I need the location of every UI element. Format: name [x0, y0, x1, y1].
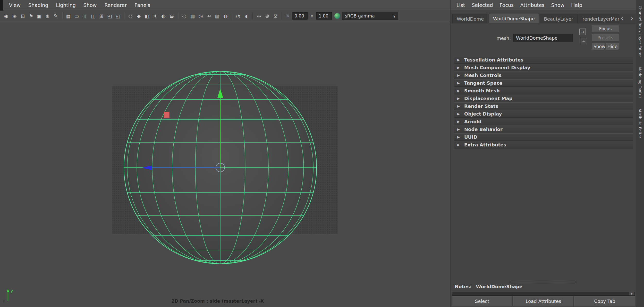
- view-transform-dropdown[interactable]: sRGB gamma: [342, 12, 398, 20]
- attribute-section-header[interactable]: Object Display: [454, 110, 633, 118]
- focus-button[interactable]: Focus: [592, 25, 619, 32]
- camera-attributes-icon[interactable]: ⊡: [19, 12, 27, 20]
- gamma-icon[interactable]: γ: [309, 12, 315, 20]
- input-connections-icon[interactable]: [579, 29, 586, 35]
- gamma-field[interactable]: [316, 12, 332, 20]
- viewport-menu-item[interactable]: View: [5, 2, 24, 8]
- presets-button[interactable]: Presets: [592, 34, 619, 41]
- attribute-editor-menu-item[interactable]: List: [453, 2, 468, 8]
- attribute-editor-tab[interactable]: renderLayerManager: [578, 14, 619, 23]
- gate-tools-group: ▦▭▯◫⊞◰◱: [65, 12, 122, 20]
- viewport-menu-item[interactable]: Shading: [24, 2, 52, 8]
- attribute-editor-menu-item[interactable]: Attributes: [517, 2, 548, 8]
- attribute-section-header[interactable]: Displacement Map: [454, 95, 633, 102]
- gate-mask-icon[interactable]: ◫: [89, 12, 97, 20]
- toolbar-separator: [232, 13, 232, 19]
- attribute-section-header[interactable]: Tangent Space: [454, 79, 633, 87]
- attribute-editor-tab[interactable]: WorldDomeShape: [489, 14, 539, 23]
- notes-resize-handle[interactable]: [510, 282, 576, 282]
- attribute-editor-footer-button[interactable]: Load Attributes: [513, 296, 574, 306]
- attribute-editor-menubar: ListSelectedFocusAttributesShowHelp: [451, 0, 636, 10]
- attribute-editor-menu-item[interactable]: Focus: [496, 2, 517, 8]
- viewport-menu-item[interactable]: Show: [80, 2, 100, 8]
- viewport-menu-item[interactable]: Renderer: [100, 2, 131, 8]
- zoom-tool-icon[interactable]: ⊕: [264, 12, 271, 20]
- attribute-section-header[interactable]: Arnold: [454, 118, 633, 125]
- attribute-section-header[interactable]: Extra Attributes: [454, 141, 633, 148]
- attribute-editor-menu-item[interactable]: Show: [548, 2, 568, 8]
- bookmarks-icon[interactable]: ⚑: [27, 12, 35, 20]
- lock-camera-icon[interactable]: ◈: [11, 12, 18, 20]
- attribute-editor-menu-item[interactable]: Selected: [468, 2, 496, 8]
- output-connections-icon[interactable]: [581, 38, 587, 44]
- resolution-gate-icon[interactable]: ▯: [81, 12, 89, 20]
- exposure-icon[interactable]: ☼: [284, 12, 291, 20]
- safe-title-icon[interactable]: ◱: [114, 12, 122, 20]
- viewport-canvas[interactable]: yz 2D Pan/Zoom : side (masterLayer) -X: [0, 22, 451, 307]
- screen-space-ao-icon[interactable]: ◒: [168, 12, 175, 20]
- attribute-section-header[interactable]: UUID: [454, 133, 633, 141]
- isolate-select-icon[interactable]: ◔: [234, 12, 242, 20]
- attribute-editor-tab[interactable]: BeautyLayer: [540, 14, 578, 23]
- exposure-field[interactable]: [292, 12, 308, 20]
- attribute-section-header[interactable]: Mesh Component Display: [454, 64, 633, 71]
- smooth-shade-icon[interactable]: ◆: [135, 12, 142, 20]
- shadows-icon[interactable]: ◐: [160, 12, 167, 20]
- svg-text:z: z: [2, 299, 4, 303]
- viewport-menu-item[interactable]: Panels: [131, 2, 154, 8]
- field-chart-icon[interactable]: ⊞: [98, 12, 105, 20]
- tab-navigation: [619, 15, 636, 23]
- attribute-editor-tab[interactable]: WorldDome: [452, 14, 488, 23]
- sidebar-vertical-tab[interactable]: Modeling Toolkit: [638, 67, 642, 98]
- expand-arrow-icon: [457, 112, 460, 116]
- show-button[interactable]: Show: [592, 43, 605, 50]
- hardware-texturing-icon[interactable]: ▨: [214, 12, 221, 20]
- axis-gizmo: yz: [2, 288, 13, 303]
- grid-icon[interactable]: ▦: [65, 12, 72, 20]
- safe-action-icon[interactable]: ◰: [106, 12, 113, 20]
- object-details-icon[interactable]: ◖: [243, 12, 250, 20]
- anti-alias-icon[interactable]: ▩: [189, 12, 196, 20]
- attribute-editor-footer: SelectLoad AttributesCopy Tab: [452, 296, 635, 306]
- fog-icon[interactable]: ≈: [205, 12, 213, 20]
- view-tools-group: ↔⊕⊠: [255, 12, 279, 20]
- attribute-editor-footer-button[interactable]: Select: [452, 296, 512, 306]
- select-camera-icon[interactable]: ◉: [3, 12, 10, 20]
- image-plane-handle[interactable]: [164, 112, 170, 118]
- scroll-down-icon[interactable]: [629, 292, 634, 295]
- pane-menu-grip[interactable]: [0, 0, 3, 11]
- fit-view-icon[interactable]: ⊠: [272, 12, 279, 20]
- mesh-name-field[interactable]: [513, 34, 573, 42]
- attribute-section-header[interactable]: Render Stats: [454, 102, 633, 110]
- color-management-icon[interactable]: [334, 13, 340, 19]
- attribute-section-header[interactable]: Node Behavior: [454, 126, 633, 133]
- hide-button[interactable]: Hide: [606, 43, 619, 50]
- depth-of-field-icon[interactable]: ◎: [197, 12, 205, 20]
- pan-tool-icon[interactable]: ↔: [255, 12, 263, 20]
- attribute-section-header[interactable]: Tessellation Attributes: [454, 56, 633, 64]
- attribute-section-header[interactable]: Smooth Mesh: [454, 87, 633, 94]
- viewport-menu-item[interactable]: Lighting: [52, 2, 80, 8]
- viewport-menubar: ViewShadingLightingShowRendererPanels: [0, 0, 451, 10]
- wireframe-icon[interactable]: ◇: [127, 12, 134, 20]
- grease-pencil-icon[interactable]: ✎: [52, 12, 60, 20]
- expand-arrow-icon: [457, 127, 460, 131]
- notes-scrollbar[interactable]: [452, 292, 635, 296]
- render-effects-group: ◌▩◎≈▨◍: [181, 12, 229, 20]
- toolbar-separator: [282, 13, 282, 19]
- xray-icon[interactable]: ◍: [222, 12, 229, 20]
- notes-value: WorldDomeShape: [476, 284, 522, 289]
- film-gate-icon[interactable]: ▭: [73, 12, 80, 20]
- tabs-scroll-right-icon[interactable]: [631, 15, 633, 22]
- attribute-section-header[interactable]: Mesh Controls: [454, 72, 633, 79]
- image-plane-icon[interactable]: ▣: [36, 12, 43, 20]
- attribute-editor-menu-item[interactable]: Help: [568, 2, 586, 8]
- motion-blur-icon[interactable]: ◌: [181, 12, 188, 20]
- use-all-lights-icon[interactable]: ☀: [151, 12, 159, 20]
- sidebar-vertical-tab[interactable]: Channel Box / Layer Editor: [638, 6, 642, 57]
- textured-icon[interactable]: ◧: [143, 12, 151, 20]
- two-d-pan-zoom-icon[interactable]: ⊕: [44, 12, 51, 20]
- sidebar-vertical-tab[interactable]: Attribute Editor: [638, 109, 642, 138]
- attribute-editor-footer-button[interactable]: Copy Tab: [574, 296, 635, 306]
- tabs-scroll-left-icon[interactable]: [621, 15, 623, 22]
